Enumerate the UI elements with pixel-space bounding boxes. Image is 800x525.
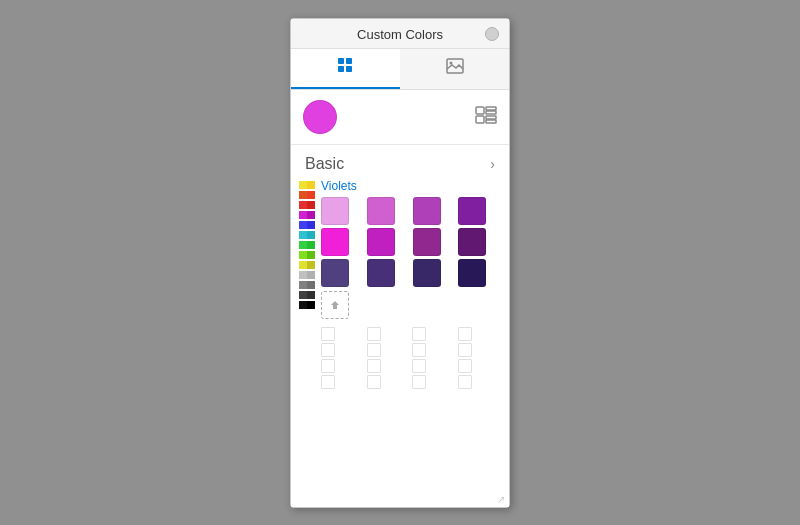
empty-cell xyxy=(458,375,472,389)
svg-rect-3 xyxy=(346,66,352,72)
strip-cell[interactable] xyxy=(299,191,307,199)
empty-cell xyxy=(458,359,472,373)
svg-rect-10 xyxy=(486,116,496,119)
strip-cell[interactable] xyxy=(299,241,307,249)
strip-cell[interactable] xyxy=(307,241,315,249)
color-cell[interactable] xyxy=(413,197,441,225)
grid-icon xyxy=(337,57,355,79)
color-strip-row xyxy=(299,301,315,309)
color-strips xyxy=(299,181,315,499)
tab-image[interactable] xyxy=(400,49,509,89)
empty-cell xyxy=(321,359,335,373)
color-strip-row xyxy=(299,221,315,229)
strip-cell[interactable] xyxy=(299,271,307,279)
color-cell[interactable] xyxy=(367,197,395,225)
strip-cell[interactable] xyxy=(299,291,307,299)
empty-cell xyxy=(412,343,426,357)
selected-color-preview xyxy=(303,100,337,134)
color-cell[interactable] xyxy=(321,259,349,287)
violet-color-grid xyxy=(321,197,501,287)
empty-cell xyxy=(458,343,472,357)
empty-cell xyxy=(321,327,335,341)
strip-cell[interactable] xyxy=(299,251,307,259)
strip-cell[interactable] xyxy=(299,181,307,189)
strip-cell[interactable] xyxy=(299,281,307,289)
strip-cell[interactable] xyxy=(307,281,315,289)
color-strip-row xyxy=(299,181,315,189)
color-strip-row xyxy=(299,191,315,199)
color-strip-row xyxy=(299,231,315,239)
strip-cell[interactable] xyxy=(299,301,307,309)
empty-cell xyxy=(458,327,472,341)
svg-point-5 xyxy=(449,61,452,64)
empty-cell xyxy=(321,375,335,389)
empty-cell xyxy=(321,343,335,357)
color-cell[interactable] xyxy=(458,197,486,225)
image-icon xyxy=(446,58,464,78)
color-strip-row xyxy=(299,281,315,289)
strip-cell[interactable] xyxy=(307,181,315,189)
color-strip-row xyxy=(299,201,315,209)
color-cell[interactable] xyxy=(367,228,395,256)
color-cell[interactable] xyxy=(367,259,395,287)
color-strip-row xyxy=(299,291,315,299)
preview-row xyxy=(291,90,509,145)
violets-label[interactable]: Violets xyxy=(321,179,501,193)
strip-cell[interactable] xyxy=(307,291,315,299)
color-strip-row xyxy=(299,261,315,269)
svg-rect-7 xyxy=(486,107,496,110)
empty-cell xyxy=(412,375,426,389)
tab-grid[interactable] xyxy=(291,49,400,89)
title-bar: Custom Colors xyxy=(291,19,509,49)
strip-cell[interactable] xyxy=(299,261,307,269)
svg-rect-8 xyxy=(486,111,496,114)
svg-rect-11 xyxy=(486,120,496,123)
close-button[interactable] xyxy=(485,27,499,41)
custom-colors-dialog: Custom Colors xyxy=(290,18,510,508)
svg-rect-2 xyxy=(338,66,344,72)
svg-rect-1 xyxy=(346,58,352,64)
empty-cell xyxy=(412,327,426,341)
layout-toggle-button[interactable] xyxy=(475,106,497,128)
strip-cell[interactable] xyxy=(299,211,307,219)
svg-rect-6 xyxy=(476,107,484,114)
strip-cell[interactable] xyxy=(307,231,315,239)
strip-cell[interactable] xyxy=(299,201,307,209)
color-cell[interactable] xyxy=(321,228,349,256)
dialog-title: Custom Colors xyxy=(315,27,485,42)
color-cell[interactable] xyxy=(413,228,441,256)
color-cell[interactable] xyxy=(413,259,441,287)
strip-cell[interactable] xyxy=(307,251,315,259)
strip-cell[interactable] xyxy=(307,191,315,199)
empty-cell xyxy=(367,343,381,357)
main-content: Violets xyxy=(291,179,509,507)
resize-handle[interactable]: ↗ xyxy=(497,494,505,505)
content-area: Basic › Violets xyxy=(291,90,509,507)
strip-cell[interactable] xyxy=(307,301,315,309)
svg-rect-9 xyxy=(476,116,484,123)
strip-cell[interactable] xyxy=(299,221,307,229)
color-strip-row xyxy=(299,271,315,279)
tabs-row xyxy=(291,49,509,90)
strip-cell[interactable] xyxy=(307,271,315,279)
strip-cell[interactable] xyxy=(307,211,315,219)
color-strip-row xyxy=(299,241,315,249)
section-arrow[interactable]: › xyxy=(490,156,495,172)
svg-marker-12 xyxy=(331,301,339,309)
svg-rect-0 xyxy=(338,58,344,64)
strip-cell[interactable] xyxy=(307,221,315,229)
color-cell[interactable] xyxy=(458,228,486,256)
drop-zone[interactable] xyxy=(321,291,349,319)
empty-cell xyxy=(367,375,381,389)
strip-cell[interactable] xyxy=(299,231,307,239)
strip-cell[interactable] xyxy=(307,261,315,269)
empty-cell xyxy=(367,359,381,373)
color-strip-row xyxy=(299,251,315,259)
section-title: Basic xyxy=(305,155,344,173)
section-header: Basic › xyxy=(291,145,509,179)
strip-cell[interactable] xyxy=(307,201,315,209)
empty-cell xyxy=(367,327,381,341)
color-cell[interactable] xyxy=(458,259,486,287)
color-grid-area: Violets xyxy=(321,179,501,499)
color-cell[interactable] xyxy=(321,197,349,225)
